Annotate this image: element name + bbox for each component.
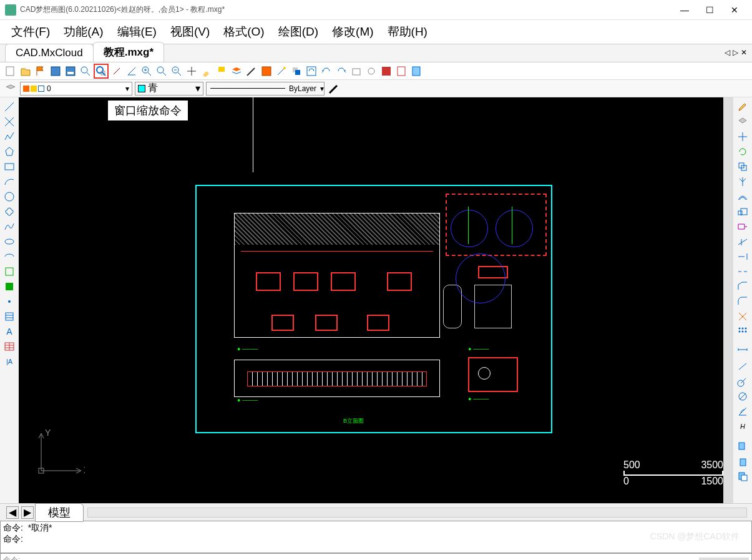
extend-icon[interactable] bbox=[736, 250, 750, 263]
scale-icon[interactable] bbox=[736, 205, 750, 219]
rotate-icon[interactable] bbox=[736, 145, 750, 159]
leader-icon[interactable]: H bbox=[736, 420, 750, 433]
erase-icon[interactable] bbox=[736, 115, 750, 129]
edit-icon[interactable] bbox=[736, 100, 750, 114]
maximize-button[interactable]: ☐ bbox=[697, 2, 722, 18]
menu-format[interactable]: 格式(O) bbox=[217, 21, 270, 42]
explode-icon[interactable] bbox=[736, 310, 750, 323]
layout-prev-icon[interactable]: ◀ bbox=[6, 506, 19, 519]
paste-icon[interactable] bbox=[736, 454, 750, 468]
fillet-icon[interactable] bbox=[736, 295, 750, 308]
layers-icon[interactable] bbox=[230, 64, 243, 78]
pan-icon[interactable] bbox=[185, 64, 198, 78]
minimize-button[interactable]: — bbox=[672, 2, 697, 18]
zoom-realtime-icon[interactable] bbox=[79, 64, 92, 78]
tab-close-icon[interactable]: ✕ bbox=[741, 48, 747, 57]
tab-cad-cloud[interactable]: CAD.MxCloud bbox=[5, 44, 94, 62]
zoom-in-icon[interactable] bbox=[140, 64, 154, 78]
layout-hscroll[interactable] bbox=[87, 508, 747, 518]
copy-clip-icon[interactable] bbox=[736, 440, 750, 453]
new-icon[interactable] bbox=[4, 64, 17, 78]
xline-icon[interactable] bbox=[2, 115, 16, 129]
close-button[interactable]: ✕ bbox=[722, 2, 747, 18]
circle-icon[interactable] bbox=[2, 190, 16, 204]
menu-draw[interactable]: 绘图(D) bbox=[272, 21, 325, 42]
open-icon[interactable] bbox=[19, 64, 32, 78]
menu-file[interactable]: 文件(F) bbox=[5, 21, 56, 42]
text-icon[interactable]: A bbox=[2, 325, 16, 338]
cut-icon[interactable] bbox=[736, 469, 750, 483]
menu-edit[interactable]: 编辑(E) bbox=[111, 21, 163, 42]
dim-aligned-icon[interactable] bbox=[736, 360, 750, 373]
revcloud-icon[interactable] bbox=[2, 205, 16, 219]
dim-radius-icon[interactable] bbox=[736, 375, 750, 388]
brush2-icon[interactable] bbox=[245, 64, 258, 78]
menu-help[interactable]: 帮助(H) bbox=[381, 21, 434, 42]
color-selector[interactable]: 青 ▾ bbox=[135, 82, 203, 96]
saveas-icon[interactable] bbox=[64, 64, 77, 78]
match-icon[interactable] bbox=[275, 64, 288, 78]
tab-tutorial[interactable]: 教程.mxg* bbox=[93, 42, 164, 62]
menu-modify[interactable]: 修改(M) bbox=[326, 21, 379, 42]
point-icon[interactable] bbox=[2, 295, 16, 308]
polygon-icon[interactable] bbox=[2, 145, 16, 159]
mirror-icon[interactable] bbox=[736, 175, 750, 189]
menu-view[interactable]: 视图(V) bbox=[164, 21, 216, 42]
zoom-window-icon[interactable] bbox=[94, 64, 109, 79]
zoom-out-icon[interactable] bbox=[170, 64, 183, 78]
move-icon[interactable] bbox=[736, 130, 750, 144]
angle-icon[interactable] bbox=[125, 64, 139, 78]
break-icon[interactable] bbox=[736, 265, 750, 278]
command-input[interactable]: 命令: bbox=[0, 553, 752, 560]
undo-icon[interactable] bbox=[320, 64, 333, 78]
layout-next-icon[interactable]: ▶ bbox=[21, 506, 34, 519]
block-icon[interactable] bbox=[2, 280, 16, 293]
tab-model[interactable]: 模型 bbox=[35, 503, 84, 522]
insert-icon[interactable] bbox=[2, 265, 16, 278]
copy-icon[interactable] bbox=[736, 160, 750, 174]
arc-icon[interactable] bbox=[2, 175, 16, 189]
linetype-selector[interactable]: ByLayer ▾ bbox=[206, 82, 325, 96]
offset-icon[interactable] bbox=[736, 190, 750, 204]
brush-icon[interactable] bbox=[200, 64, 213, 78]
dim-angular-icon[interactable] bbox=[736, 405, 750, 418]
line-icon[interactable] bbox=[2, 100, 16, 114]
layer-selector[interactable]: 0 ▾ bbox=[20, 82, 132, 96]
array-icon[interactable] bbox=[736, 325, 750, 338]
save-icon[interactable] bbox=[49, 64, 62, 78]
canvas-vscroll[interactable] bbox=[723, 97, 733, 503]
help-icon[interactable] bbox=[409, 64, 423, 78]
refresh-icon[interactable] bbox=[305, 64, 318, 78]
lineweight-icon[interactable] bbox=[327, 82, 341, 96]
tab-next-icon[interactable]: ▷ bbox=[733, 48, 738, 57]
zoom-ext-icon[interactable] bbox=[155, 64, 168, 78]
order-icon[interactable] bbox=[290, 64, 303, 78]
dim-linear-icon[interactable] bbox=[736, 345, 750, 358]
mtext-icon[interactable]: |A bbox=[2, 355, 16, 368]
drawing-canvas[interactable]: 窗口缩放命令 bbox=[19, 97, 733, 503]
redo-icon[interactable] bbox=[334, 64, 348, 78]
tool-icon[interactable] bbox=[110, 64, 124, 78]
hatch-icon[interactable] bbox=[2, 310, 16, 323]
props-icon[interactable] bbox=[260, 64, 273, 78]
ellipse-arc-icon[interactable] bbox=[2, 250, 16, 263]
stretch-icon[interactable] bbox=[736, 220, 750, 233]
polyline-icon[interactable] bbox=[2, 130, 16, 144]
layer-mgr-icon[interactable] bbox=[4, 82, 17, 96]
spline-icon[interactable] bbox=[2, 220, 16, 233]
acad-icon[interactable] bbox=[379, 64, 393, 78]
command-history[interactable]: 命令: *取消* 命令: bbox=[0, 521, 752, 553]
table-icon[interactable] bbox=[2, 340, 16, 353]
dim-diameter-icon[interactable] bbox=[736, 390, 750, 403]
config-icon[interactable] bbox=[364, 64, 378, 78]
purge-icon[interactable] bbox=[349, 64, 363, 78]
flag-icon[interactable] bbox=[34, 64, 47, 78]
rectangle-icon[interactable] bbox=[2, 160, 16, 174]
chamfer-icon[interactable] bbox=[736, 280, 750, 293]
menu-function[interactable]: 功能(A) bbox=[57, 21, 109, 42]
pdf-icon[interactable] bbox=[394, 64, 408, 78]
ellipse-icon[interactable] bbox=[2, 235, 16, 248]
paint-icon[interactable] bbox=[215, 64, 228, 78]
trim-icon[interactable] bbox=[736, 235, 750, 248]
tab-prev-icon[interactable]: ◁ bbox=[725, 48, 730, 57]
